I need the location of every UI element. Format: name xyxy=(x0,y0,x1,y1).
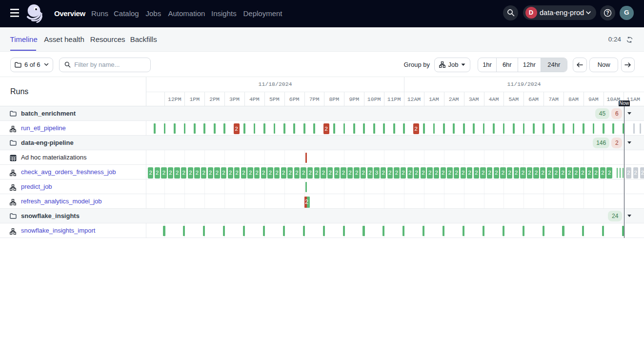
svg-text:?: ? xyxy=(606,10,609,16)
